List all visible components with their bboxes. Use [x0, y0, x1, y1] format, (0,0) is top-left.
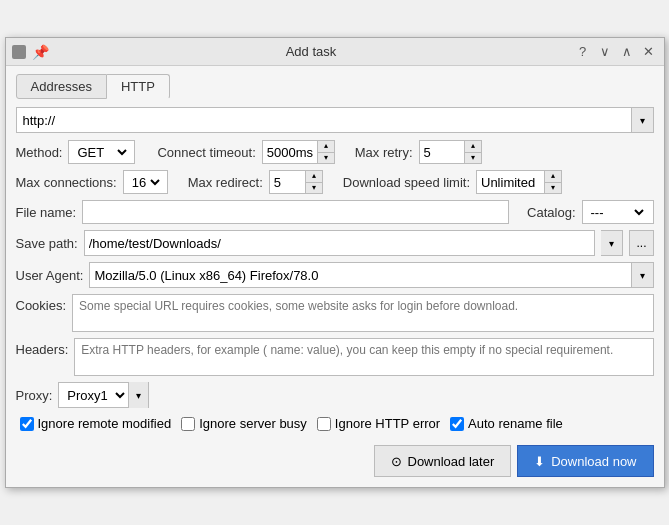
- headers-textarea[interactable]: [74, 338, 653, 376]
- url-row: ▾: [16, 107, 654, 133]
- chevron-down-icon: ▾: [640, 115, 645, 126]
- method-select-box[interactable]: GET POST HEAD: [68, 140, 135, 164]
- download-later-icon: ⊙: [391, 454, 402, 469]
- max-redirect-spinner[interactable]: ▴ ▾: [269, 170, 323, 194]
- download-speed-limit-input[interactable]: [476, 170, 544, 194]
- tab-addresses[interactable]: Addresses: [16, 74, 107, 99]
- connect-timeout-spinner[interactable]: ▴ ▾: [262, 140, 335, 164]
- max-redirect-input[interactable]: [269, 170, 305, 194]
- download-now-label: Download now: [551, 454, 636, 469]
- save-path-input[interactable]: [84, 230, 596, 256]
- max-redirect-label: Max redirect:: [188, 175, 263, 190]
- connections-redirect-speed-row: Max connections: 16 8 4 2 1 Max redirect…: [16, 170, 654, 194]
- max-redirect-spinner-btns: ▴ ▾: [305, 170, 323, 194]
- headers-label: Headers:: [16, 338, 69, 357]
- title-bar-left: 📌: [12, 44, 49, 60]
- download-later-button[interactable]: ⊙ Download later: [374, 445, 512, 477]
- auto-rename-file-checkbox[interactable]: Auto rename file: [450, 416, 563, 431]
- ignore-remote-modified-input[interactable]: [20, 417, 34, 431]
- file-name-label: File name:: [16, 205, 77, 220]
- connect-timeout-up-btn[interactable]: ▴: [318, 141, 334, 153]
- catalog-select-box[interactable]: ---: [582, 200, 654, 224]
- title-bar-controls: ? ∨ ∧ ✕: [574, 43, 658, 61]
- window-title: Add task: [49, 44, 574, 59]
- user-agent-input[interactable]: [89, 262, 631, 288]
- user-agent-dropdown-btn[interactable]: ▾: [632, 262, 654, 288]
- ignore-http-error-checkbox[interactable]: Ignore HTTP error: [317, 416, 440, 431]
- max-retry-label: Max retry:: [355, 145, 413, 160]
- chevron-down-icon: ▾: [136, 390, 141, 401]
- title-bar: 📌 Add task ? ∨ ∧ ✕: [6, 38, 664, 66]
- save-path-label: Save path:: [16, 236, 78, 251]
- ignore-remote-modified-label: Ignore remote modified: [38, 416, 172, 431]
- max-retry-spinner[interactable]: ▴ ▾: [419, 140, 482, 164]
- window-icon: [12, 45, 26, 59]
- url-dropdown-btn[interactable]: ▾: [632, 107, 654, 133]
- browse-button[interactable]: ...: [629, 230, 653, 256]
- max-retry-up-btn[interactable]: ▴: [465, 141, 481, 153]
- download-now-button[interactable]: ⬇ Download now: [517, 445, 653, 477]
- connect-timeout-spinner-btns: ▴ ▾: [317, 140, 335, 164]
- download-speed-limit-up-btn[interactable]: ▴: [545, 171, 561, 183]
- chevron-down-icon: ▾: [609, 238, 614, 249]
- proxy-select[interactable]: Proxy1: [59, 383, 128, 407]
- auto-rename-file-input[interactable]: [450, 417, 464, 431]
- ignore-http-error-label: Ignore HTTP error: [335, 416, 440, 431]
- method-timeout-retry-row: Method: GET POST HEAD Connect timeout: ▴…: [16, 140, 654, 164]
- cookies-area: Cookies:: [16, 294, 654, 332]
- checkboxes-row: Ignore remote modified Ignore server bus…: [16, 416, 654, 431]
- max-redirect-down-btn[interactable]: ▾: [306, 183, 322, 194]
- ignore-server-busy-checkbox[interactable]: Ignore server busy: [181, 416, 307, 431]
- max-retry-spinner-btns: ▴ ▾: [464, 140, 482, 164]
- max-retry-down-btn[interactable]: ▾: [465, 153, 481, 164]
- save-path-row: Save path: ▾ ...: [16, 230, 654, 256]
- minimize-button[interactable]: ∨: [596, 43, 614, 61]
- method-select[interactable]: GET POST HEAD: [73, 144, 130, 161]
- tabs: Addresses HTTP: [16, 74, 654, 99]
- max-retry-input[interactable]: [419, 140, 464, 164]
- connect-timeout-input[interactable]: [262, 140, 317, 164]
- catalog-select[interactable]: ---: [587, 204, 647, 221]
- method-label: Method:: [16, 145, 63, 160]
- proxy-select-container[interactable]: Proxy1 ▾: [58, 382, 149, 408]
- max-connections-select[interactable]: 16 8 4 2 1: [128, 174, 163, 191]
- download-speed-limit-label: Download speed limit:: [343, 175, 470, 190]
- download-later-label: Download later: [408, 454, 495, 469]
- download-speed-limit-spinner-btns: ▴ ▾: [544, 170, 562, 194]
- filename-catalog-row: File name: Catalog: ---: [16, 200, 654, 224]
- user-agent-row: User Agent: ▾: [16, 262, 654, 288]
- ignore-server-busy-input[interactable]: [181, 417, 195, 431]
- ignore-http-error-input[interactable]: [317, 417, 331, 431]
- tab-http[interactable]: HTTP: [107, 74, 170, 99]
- max-connections-label: Max connections:: [16, 175, 117, 190]
- connect-timeout-label: Connect timeout:: [157, 145, 255, 160]
- pin-icon[interactable]: 📌: [32, 44, 49, 60]
- user-agent-label: User Agent:: [16, 268, 84, 283]
- help-button[interactable]: ?: [574, 43, 592, 61]
- file-name-input[interactable]: [82, 200, 509, 224]
- ignore-remote-modified-checkbox[interactable]: Ignore remote modified: [20, 416, 172, 431]
- save-path-dropdown-btn[interactable]: ▾: [601, 230, 623, 256]
- restore-button[interactable]: ∧: [618, 43, 636, 61]
- max-redirect-up-btn[interactable]: ▴: [306, 171, 322, 183]
- headers-area: Headers:: [16, 338, 654, 376]
- connect-timeout-down-btn[interactable]: ▾: [318, 153, 334, 164]
- chevron-down-icon: ▾: [640, 270, 645, 281]
- add-task-window: 📌 Add task ? ∨ ∧ ✕ Addresses HTTP ▾ Meth…: [5, 37, 665, 488]
- cookies-textarea[interactable]: [72, 294, 653, 332]
- proxy-label: Proxy:: [16, 388, 53, 403]
- catalog-label: Catalog:: [527, 205, 575, 220]
- proxy-dropdown-btn[interactable]: ▾: [128, 382, 148, 408]
- max-connections-select-box[interactable]: 16 8 4 2 1: [123, 170, 168, 194]
- buttons-row: ⊙ Download later ⬇ Download now: [16, 441, 654, 477]
- download-now-icon: ⬇: [534, 454, 545, 469]
- auto-rename-file-label: Auto rename file: [468, 416, 563, 431]
- ignore-server-busy-label: Ignore server busy: [199, 416, 307, 431]
- download-speed-limit-spinner[interactable]: ▴ ▾: [476, 170, 562, 194]
- content-area: Addresses HTTP ▾ Method: GET POST HEAD C…: [6, 66, 664, 487]
- download-speed-limit-down-btn[interactable]: ▾: [545, 183, 561, 194]
- url-input[interactable]: [16, 107, 632, 133]
- close-button[interactable]: ✕: [640, 43, 658, 61]
- proxy-row: Proxy: Proxy1 ▾: [16, 382, 654, 408]
- cookies-label: Cookies:: [16, 294, 67, 313]
